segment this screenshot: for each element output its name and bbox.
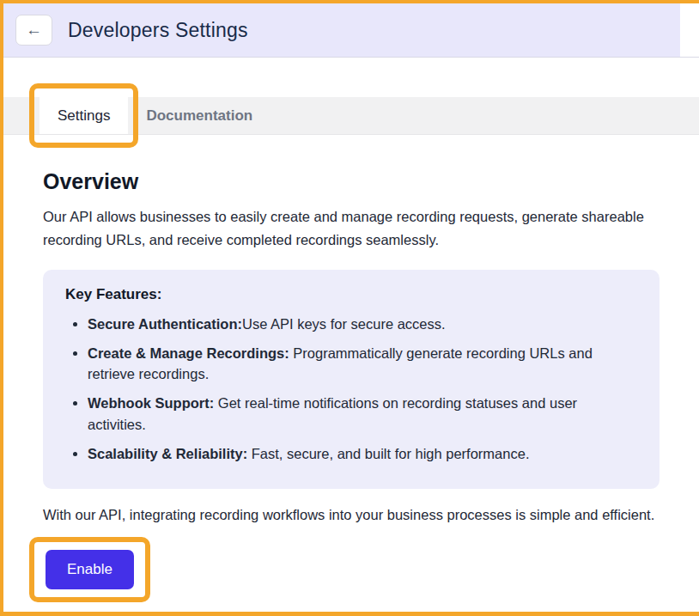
page-title: Developers Settings — [68, 19, 248, 42]
feature-item-webhook-support: Webhook Support: Get real-time notificat… — [88, 393, 637, 436]
outro-paragraph: With our API, integrating recording work… — [43, 503, 659, 527]
developers-settings-page: ← Developers Settings Settings Documenta… — [0, 0, 699, 616]
feature-list: Secure Authentication:Use API keys for s… — [65, 314, 637, 465]
feature-text: Use API keys for secure access. — [242, 316, 446, 332]
tab-bar: Settings Documentation — [3, 97, 699, 135]
key-features-box: Key Features: Secure Authentication:Use … — [43, 270, 659, 490]
back-button[interactable]: ← — [15, 15, 52, 46]
feature-item-secure-authentication: Secure Authentication:Use API keys for s… — [88, 314, 637, 335]
feature-text: Fast, secure, and built for high perform… — [247, 446, 529, 461]
enable-highlight-annotation: Enable — [29, 537, 150, 602]
feature-label: Secure Authentication: — [88, 316, 242, 332]
feature-item-create-manage-recordings: Create & Manage Recordings: Programmatic… — [88, 343, 637, 386]
tab-documentation-label: Documentation — [146, 107, 252, 125]
tab-documentation[interactable]: Documentation — [128, 97, 270, 134]
feature-item-scalability-reliability: Scalability & Reliability: Fast, secure,… — [88, 443, 637, 465]
tab-settings-label: Settings — [58, 107, 110, 125]
key-features-title: Key Features: — [65, 286, 637, 303]
tab-settings[interactable]: Settings — [40, 97, 128, 134]
header-bar: ← Developers Settings — [3, 3, 680, 57]
enable-button[interactable]: Enable — [46, 550, 134, 589]
back-arrow-icon: ← — [26, 21, 42, 40]
main-content: Overview Our API allows businesses to ea… — [3, 169, 699, 602]
header-right-gap — [680, 3, 699, 57]
feature-label: Create & Manage Recordings: — [88, 345, 289, 361]
feature-label: Scalability & Reliability: — [88, 446, 247, 461]
feature-label: Webhook Support: — [88, 395, 214, 411]
overview-heading: Overview — [43, 169, 659, 194]
header: ← Developers Settings — [3, 3, 699, 58]
intro-paragraph: Our API allows businesses to easily crea… — [43, 205, 654, 253]
